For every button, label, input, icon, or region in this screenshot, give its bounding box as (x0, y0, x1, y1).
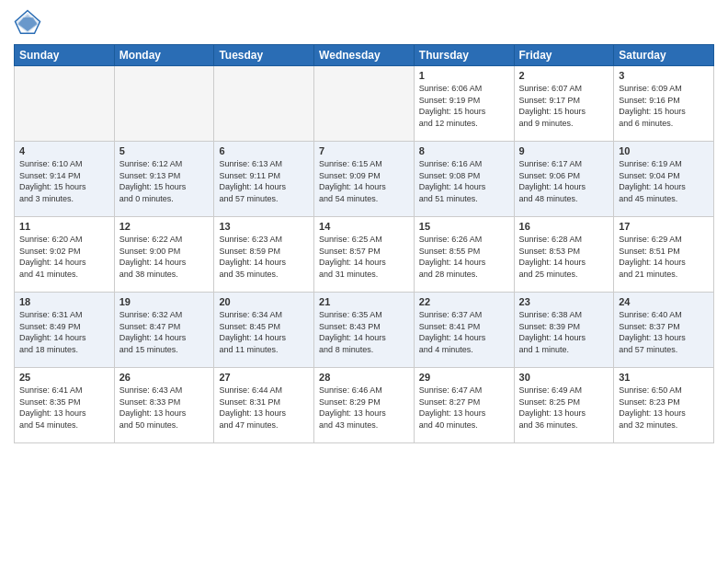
day-info: Sunrise: 6:47 AM Sunset: 8:27 PM Dayligh… (419, 385, 509, 431)
column-header-wednesday: Wednesday (314, 45, 415, 66)
day-info: Sunrise: 6:37 AM Sunset: 8:41 PM Dayligh… (419, 309, 509, 355)
calendar-cell: 1Sunrise: 6:06 AM Sunset: 9:19 PM Daylig… (414, 66, 514, 142)
calendar-cell: 27Sunrise: 6:44 AM Sunset: 8:31 PM Dayli… (214, 368, 314, 443)
column-header-sunday: Sunday (15, 45, 115, 66)
day-info: Sunrise: 6:17 AM Sunset: 9:06 PM Dayligh… (519, 158, 609, 204)
day-info: Sunrise: 6:07 AM Sunset: 9:17 PM Dayligh… (519, 83, 609, 129)
day-number: 19 (119, 296, 210, 307)
day-info: Sunrise: 6:09 AM Sunset: 9:16 PM Dayligh… (619, 83, 709, 129)
day-number: 24 (619, 296, 709, 307)
day-info: Sunrise: 6:25 AM Sunset: 8:57 PM Dayligh… (319, 234, 409, 280)
header (14, 9, 714, 37)
column-header-friday: Friday (514, 45, 614, 66)
week-row-4: 18Sunrise: 6:31 AM Sunset: 8:49 PM Dayli… (15, 293, 714, 368)
day-info: Sunrise: 6:38 AM Sunset: 8:39 PM Dayligh… (519, 309, 609, 355)
calendar-cell: 30Sunrise: 6:49 AM Sunset: 8:25 PM Dayli… (514, 368, 614, 443)
calendar-cell: 12Sunrise: 6:22 AM Sunset: 9:00 PM Dayli… (114, 217, 214, 293)
day-info: Sunrise: 6:41 AM Sunset: 8:35 PM Dayligh… (19, 385, 109, 431)
day-number: 10 (619, 145, 709, 156)
day-number: 28 (319, 372, 409, 383)
day-info: Sunrise: 6:12 AM Sunset: 9:13 PM Dayligh… (119, 158, 210, 204)
day-number: 21 (319, 296, 409, 307)
page: SundayMondayTuesdayWednesdayThursdayFrid… (0, 0, 728, 563)
calendar-cell: 6Sunrise: 6:13 AM Sunset: 9:11 PM Daylig… (214, 142, 314, 217)
day-number: 8 (419, 145, 509, 156)
day-info: Sunrise: 6:06 AM Sunset: 9:19 PM Dayligh… (419, 83, 509, 129)
logo (14, 9, 45, 37)
day-info: Sunrise: 6:31 AM Sunset: 8:49 PM Dayligh… (19, 309, 109, 355)
day-info: Sunrise: 6:26 AM Sunset: 8:55 PM Dayligh… (419, 234, 509, 280)
day-info: Sunrise: 6:20 AM Sunset: 9:02 PM Dayligh… (19, 234, 109, 280)
calendar-cell: 14Sunrise: 6:25 AM Sunset: 8:57 PM Dayli… (314, 217, 415, 293)
calendar-cell: 31Sunrise: 6:50 AM Sunset: 8:23 PM Dayli… (614, 368, 714, 443)
column-header-tuesday: Tuesday (214, 45, 314, 66)
week-row-3: 11Sunrise: 6:20 AM Sunset: 9:02 PM Dayli… (15, 217, 714, 293)
day-number: 7 (319, 145, 409, 156)
calendar-cell: 22Sunrise: 6:37 AM Sunset: 8:41 PM Dayli… (414, 293, 514, 368)
calendar-cell: 7Sunrise: 6:15 AM Sunset: 9:09 PM Daylig… (314, 142, 415, 217)
day-info: Sunrise: 6:46 AM Sunset: 8:29 PM Dayligh… (319, 385, 409, 431)
day-info: Sunrise: 6:40 AM Sunset: 8:37 PM Dayligh… (619, 309, 709, 355)
calendar-cell: 28Sunrise: 6:46 AM Sunset: 8:29 PM Dayli… (314, 368, 415, 443)
day-number: 6 (219, 145, 309, 156)
calendar-cell: 13Sunrise: 6:23 AM Sunset: 8:59 PM Dayli… (214, 217, 314, 293)
day-info: Sunrise: 6:49 AM Sunset: 8:25 PM Dayligh… (519, 385, 609, 431)
calendar-cell: 15Sunrise: 6:26 AM Sunset: 8:55 PM Dayli… (414, 217, 514, 293)
calendar-cell: 23Sunrise: 6:38 AM Sunset: 8:39 PM Dayli… (514, 293, 614, 368)
calendar-cell: 20Sunrise: 6:34 AM Sunset: 8:45 PM Dayli… (214, 293, 314, 368)
day-info: Sunrise: 6:34 AM Sunset: 8:45 PM Dayligh… (219, 309, 309, 355)
day-number: 15 (419, 221, 509, 232)
calendar-table: SundayMondayTuesdayWednesdayThursdayFrid… (14, 44, 714, 443)
calendar-cell: 5Sunrise: 6:12 AM Sunset: 9:13 PM Daylig… (114, 142, 214, 217)
day-number: 26 (119, 372, 210, 383)
calendar-cell: 21Sunrise: 6:35 AM Sunset: 8:43 PM Dayli… (314, 293, 415, 368)
week-row-5: 25Sunrise: 6:41 AM Sunset: 8:35 PM Dayli… (15, 368, 714, 443)
calendar-cell: 2Sunrise: 6:07 AM Sunset: 9:17 PM Daylig… (514, 66, 614, 142)
day-number: 3 (619, 70, 709, 81)
calendar-cell: 17Sunrise: 6:29 AM Sunset: 8:51 PM Dayli… (614, 217, 714, 293)
calendar-cell: 3Sunrise: 6:09 AM Sunset: 9:16 PM Daylig… (614, 66, 714, 142)
calendar-cell (114, 66, 214, 142)
calendar-header-row: SundayMondayTuesdayWednesdayThursdayFrid… (15, 45, 714, 66)
day-number: 5 (119, 145, 210, 156)
day-number: 22 (419, 296, 509, 307)
calendar-cell: 24Sunrise: 6:40 AM Sunset: 8:37 PM Dayli… (614, 293, 714, 368)
day-info: Sunrise: 6:22 AM Sunset: 9:00 PM Dayligh… (119, 234, 210, 280)
day-info: Sunrise: 6:23 AM Sunset: 8:59 PM Dayligh… (219, 234, 309, 280)
day-number: 14 (319, 221, 409, 232)
calendar-cell: 25Sunrise: 6:41 AM Sunset: 8:35 PM Dayli… (15, 368, 115, 443)
day-info: Sunrise: 6:28 AM Sunset: 8:53 PM Dayligh… (519, 234, 609, 280)
calendar-cell: 29Sunrise: 6:47 AM Sunset: 8:27 PM Dayli… (414, 368, 514, 443)
day-info: Sunrise: 6:15 AM Sunset: 9:09 PM Dayligh… (319, 158, 409, 204)
calendar-cell: 8Sunrise: 6:16 AM Sunset: 9:08 PM Daylig… (414, 142, 514, 217)
column-header-saturday: Saturday (614, 45, 714, 66)
day-info: Sunrise: 6:43 AM Sunset: 8:33 PM Dayligh… (119, 385, 210, 431)
calendar-cell (15, 66, 115, 142)
week-row-1: 1Sunrise: 6:06 AM Sunset: 9:19 PM Daylig… (15, 66, 714, 142)
calendar-cell: 16Sunrise: 6:28 AM Sunset: 8:53 PM Dayli… (514, 217, 614, 293)
calendar-cell: 18Sunrise: 6:31 AM Sunset: 8:49 PM Dayli… (15, 293, 115, 368)
day-number: 30 (519, 372, 609, 383)
day-number: 18 (19, 296, 109, 307)
day-number: 17 (619, 221, 709, 232)
calendar-cell (314, 66, 415, 142)
day-number: 16 (519, 221, 609, 232)
logo-icon (14, 9, 41, 37)
calendar-cell (214, 66, 314, 142)
day-info: Sunrise: 6:44 AM Sunset: 8:31 PM Dayligh… (219, 385, 309, 431)
day-number: 25 (19, 372, 109, 383)
calendar-cell: 19Sunrise: 6:32 AM Sunset: 8:47 PM Dayli… (114, 293, 214, 368)
day-number: 27 (219, 372, 309, 383)
column-header-thursday: Thursday (414, 45, 514, 66)
day-info: Sunrise: 6:29 AM Sunset: 8:51 PM Dayligh… (619, 234, 709, 280)
day-info: Sunrise: 6:19 AM Sunset: 9:04 PM Dayligh… (619, 158, 709, 204)
week-row-2: 4Sunrise: 6:10 AM Sunset: 9:14 PM Daylig… (15, 142, 714, 217)
day-info: Sunrise: 6:16 AM Sunset: 9:08 PM Dayligh… (419, 158, 509, 204)
day-number: 2 (519, 70, 609, 81)
day-number: 12 (119, 221, 210, 232)
day-info: Sunrise: 6:13 AM Sunset: 9:11 PM Dayligh… (219, 158, 309, 204)
day-number: 11 (19, 221, 109, 232)
day-number: 20 (219, 296, 309, 307)
calendar-cell: 11Sunrise: 6:20 AM Sunset: 9:02 PM Dayli… (15, 217, 115, 293)
day-number: 1 (419, 70, 509, 81)
